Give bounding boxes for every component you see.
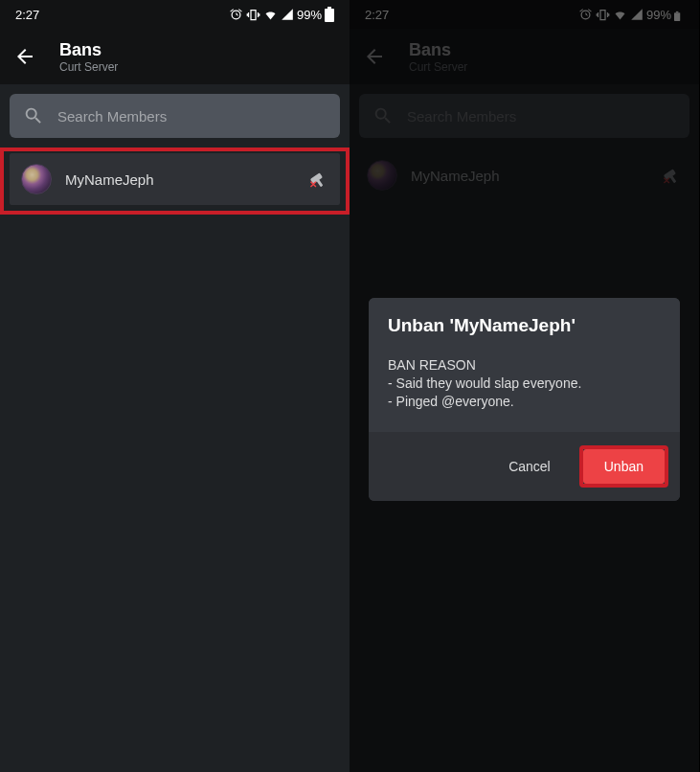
page-title: Bans [59, 40, 118, 60]
page-subtitle: Curt Server [59, 60, 118, 74]
page-header: Bans Curt Server [0, 29, 350, 84]
banned-member-row[interactable]: MyNameJeph ✕ [10, 153, 340, 205]
battery-pct: 99% [297, 8, 322, 22]
search-placeholder: Search Members [57, 108, 167, 125]
ban-reason-line: - Pinged @everyone. [388, 393, 661, 411]
signal-icon [281, 8, 294, 21]
alarm-icon [229, 8, 243, 22]
svg-rect-0 [325, 9, 334, 22]
back-arrow-icon[interactable] [13, 45, 36, 68]
ban-hammer-icon[interactable]: ✕ [305, 168, 328, 191]
modal-footer: Cancel Unban [369, 432, 680, 501]
search-wrapper: Search Members [0, 84, 350, 148]
svg-text:✕: ✕ [309, 179, 317, 190]
wifi-icon [263, 8, 278, 22]
modal-header: Unban 'MyNameJeph' [369, 298, 680, 353]
unban-modal: Unban 'MyNameJeph' BAN REASON - Said the… [369, 298, 680, 501]
phone-right: 2:27 99% Bans Curt Server Search Members [350, 0, 699, 772]
status-indicators: 99% [229, 7, 334, 22]
vibrate-icon [246, 8, 260, 22]
member-name: MyNameJeph [65, 171, 292, 188]
search-input[interactable]: Search Members [10, 94, 340, 138]
phone-left: 2:27 99% Bans Curt Server Search Members… [0, 0, 350, 772]
avatar [21, 164, 52, 194]
ban-reason-label: BAN REASON [388, 357, 661, 373]
header-text: Bans Curt Server [59, 40, 118, 74]
ban-reason-line: - Said they would slap everyone. [388, 375, 661, 393]
modal-title: Unban 'MyNameJeph' [388, 315, 576, 335]
svg-rect-3 [316, 179, 323, 187]
modal-body: BAN REASON - Said they would slap everyo… [369, 353, 680, 432]
search-icon [23, 105, 44, 126]
status-time: 2:27 [15, 8, 39, 22]
unban-button-highlight: Unban [579, 445, 668, 488]
svg-rect-1 [327, 7, 331, 9]
battery-icon [325, 7, 334, 22]
status-bar: 2:27 99% [0, 0, 350, 29]
cancel-button[interactable]: Cancel [495, 449, 564, 484]
member-row-highlight: MyNameJeph ✕ [0, 148, 350, 215]
unban-button[interactable]: Unban [583, 449, 665, 484]
